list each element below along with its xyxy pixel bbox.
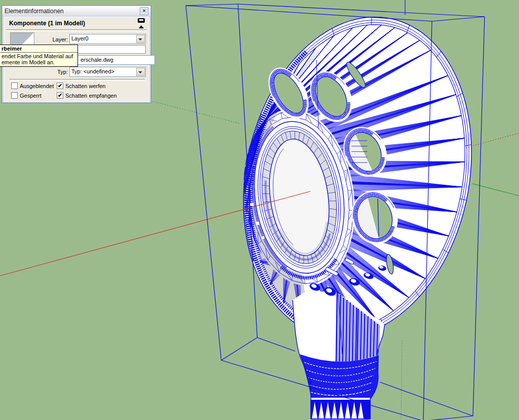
typ-dropdown[interactable]: Typ: <undefined> [69, 67, 146, 77]
checkbox-gesperrt[interactable] [11, 92, 18, 99]
close-icon[interactable]: ✕ [140, 7, 148, 15]
chevron-down-icon[interactable] [136, 35, 145, 43]
rollup-icon[interactable] [138, 18, 146, 27]
definition-field[interactable]: erschale.dwg [69, 55, 155, 65]
component-header: Komponente (1 im Modell) [9, 20, 85, 27]
layer-label: Layer: [24, 36, 68, 43]
dialog-title: Elementinformationen [5, 8, 140, 15]
layer-dropdown[interactable]: Layer0 [69, 34, 146, 44]
separator [9, 79, 145, 81]
checkbox-label: Schatten empfangen [65, 93, 117, 99]
tooltip-line: emente im Modell an. [2, 59, 55, 65]
checkbox-label: Schatten werfen [65, 83, 106, 89]
checkbox-ausgeblendet[interactable] [11, 82, 18, 89]
separator [6, 29, 147, 31]
checkbox-label: Ausgeblendet [20, 83, 54, 89]
dialog-titlebar[interactable]: Elementinformationen ✕ [3, 6, 150, 16]
tooltip-title: rbeimer [2, 46, 22, 52]
name-field[interactable] [69, 45, 146, 54]
typ-label: Typ: [34, 69, 68, 75]
checkbox-schatten-werfen[interactable]: ✔ [57, 82, 63, 89]
tooltip-separator [0, 52, 77, 53]
checkbox-label: Gesperrt [20, 93, 42, 99]
checkbox-schatten-empfangen[interactable]: ✔ [57, 92, 63, 99]
tooltip-line: endet Farbe und Material auf [2, 53, 73, 59]
tooltip: rbeimer endet Farbe und Material auf eme… [0, 45, 78, 67]
chevron-down-icon[interactable] [136, 68, 145, 76]
